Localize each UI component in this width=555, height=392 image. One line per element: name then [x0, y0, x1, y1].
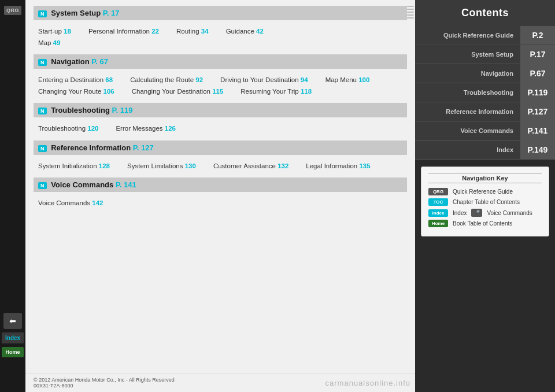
customer-assistance-item: Customer Assistance 132 [213, 161, 288, 172]
nav-key-desc-home: Book Table of Contents [453, 220, 512, 227]
nav-key-desc-voice: Voice Commands [487, 210, 532, 216]
resuming-trip-item: Resuming Your Trip 118 [240, 86, 312, 98]
scroll-lines [407, 6, 414, 237]
back-icon: ⬅ [9, 316, 16, 326]
navigation-content: Entering a Destination 68 Calculating th… [34, 72, 407, 103]
error-messages-item: Error Messages 126 [116, 123, 176, 135]
nav-key-desc-toc: Chapter Table of Contents [453, 199, 520, 205]
left-sidebar: QRG ⬅ Index Home [0, 0, 25, 392]
left-sidebar-bottom: ⬅ Index Home [2, 313, 24, 357]
reference-page: P. 127 [133, 143, 154, 152]
sidebar-item-system-setup[interactable]: System Setup P.17 [415, 45, 555, 64]
sidebar-title: Contents [415, 0, 555, 26]
troubleshooting-header[interactable]: N Troubleshooting P. 119 [34, 103, 407, 117]
sidebar-label-reference: Reference Information [415, 102, 520, 121]
nav-key-box: Navigation Key QRG Quick Reference Guide… [421, 167, 549, 236]
nav-key-title: Navigation Key [428, 173, 542, 183]
nav-key-desc-qrg: Quick Reference Guide [453, 188, 513, 195]
scroll-line-2 [407, 9, 414, 10]
nav-icon-reference: N [38, 145, 47, 152]
sidebar-item-navigation[interactable]: Navigation P.67 [415, 64, 555, 83]
sidebar-item-voice[interactable]: Voice Commands P.141 [415, 121, 555, 140]
map-item: Map 49 [38, 38, 60, 49]
nav-key-row-qrg: QRG Quick Reference Guide [428, 188, 542, 195]
reference-information-title: N Reference Information P. 127 [38, 143, 154, 152]
sidebar-page-qrg: P.2 [520, 26, 555, 45]
sidebar-label-qrg: Quick Reference Guide [415, 26, 520, 45]
right-sidebar: Contents Quick Reference Guide P.2 Syste… [415, 0, 555, 392]
guidance-item: Guidance 42 [226, 26, 264, 38]
back-button[interactable]: ⬅ [3, 313, 22, 329]
system-limitations-item: System Limitations 130 [127, 161, 196, 172]
map-menu-item: Map Menu 100 [325, 75, 370, 86]
troubleshooting-content: Troubleshooting 120 Error Messages 126 [34, 121, 407, 140]
sidebar-page-index: P.149 [520, 140, 555, 159]
navigation-row1: Entering a Destination 68 Calculating th… [38, 75, 402, 86]
driving-destination-item: Driving to Your Destination 94 [220, 75, 308, 86]
startup-item: Start-up 18 [38, 26, 71, 38]
sidebar-item-reference[interactable]: Reference Information P.127 [415, 102, 555, 121]
legal-information-item: Legal Information 135 [306, 161, 370, 172]
main-content: N System Setup P. 17 Start-up 18 Persona… [25, 0, 415, 392]
system-setup-row1: Start-up 18 Personal Information 22 Rout… [38, 26, 402, 38]
nav-icon-troubleshooting: N [38, 108, 47, 114]
sidebar-label-navigation: Navigation [415, 64, 520, 83]
nav-icon-voice: N [38, 182, 47, 189]
scroll-line-3 [407, 12, 414, 13]
nav-key-badge-index: Index [428, 209, 448, 217]
nav-icon-navigation: N [38, 59, 47, 66]
reference-content: System Initialization 128 System Limitat… [34, 158, 407, 178]
system-setup-row2: Map 49 [38, 38, 402, 49]
system-setup-content: Start-up 18 Personal Information 22 Rout… [34, 24, 407, 54]
sidebar-page-troubleshooting: P.119 [520, 83, 555, 102]
system-initialization-item: System Initialization 128 [38, 161, 110, 172]
nav-icon-system-setup: N [38, 10, 47, 17]
system-setup-header[interactable]: N System Setup P. 17 [34, 6, 407, 20]
navigation-row2: Changing Your Route 106 Changing Your De… [38, 86, 402, 98]
home-button[interactable]: Home [2, 347, 24, 357]
voice-commands-title: N Voice Commands P. 141 [38, 180, 136, 189]
troubleshooting-page: P. 119 [112, 106, 133, 114]
sidebar-item-index[interactable]: Index P.149 [415, 140, 555, 160]
navigation-page: P. 67 [91, 57, 108, 66]
personal-info-item: Personal Information 22 [88, 26, 159, 38]
entering-destination-item: Entering a Destination 68 [38, 75, 113, 86]
nav-key-badge-toc: TOC [428, 198, 448, 206]
changing-destination-item: Changing Your Destination 115 [132, 86, 224, 98]
voice-content: Voice Commands 142 [34, 195, 407, 215]
voice-commands-item: Voice Commands 142 [38, 198, 103, 209]
system-setup-title: N System Setup P. 17 [38, 9, 119, 17]
navigation-header[interactable]: N Navigation P. 67 [34, 54, 407, 69]
watermark: carmanualsonline.info [325, 379, 410, 387]
navigation-title: N Navigation P. 67 [38, 57, 108, 66]
voice-page: P. 141 [116, 180, 136, 189]
qrg-badge[interactable]: QRG [4, 6, 21, 15]
voice-commands-header[interactable]: N Voice Commands P. 141 [34, 177, 407, 192]
calculating-route-item: Calculating the Route 92 [130, 75, 203, 86]
sidebar-page-navigation: P.67 [520, 64, 555, 83]
reference-information-header[interactable]: N Reference Information P. 127 [34, 140, 407, 155]
reference-row1: System Initialization 128 System Limitat… [38, 161, 402, 172]
index-button[interactable]: Index [2, 332, 24, 343]
nav-key-row-home: Home Book Table of Contents [428, 220, 542, 227]
system-setup-page: P. 17 [103, 9, 120, 17]
nav-key-desc-index: Index [453, 210, 467, 216]
nav-key-row-toc: TOC Chapter Table of Contents [428, 198, 542, 206]
troubleshooting-title: N Troubleshooting P. 119 [38, 106, 133, 114]
scroll-line-1 [407, 6, 414, 7]
sidebar-label-voice: Voice Commands [415, 121, 520, 140]
changing-route-item: Changing Your Route 106 [38, 86, 114, 98]
nav-key-badge-qrg: QRG [428, 188, 448, 195]
sidebar-page-reference: P.127 [520, 102, 555, 121]
voice-row1: Voice Commands 142 [38, 198, 402, 209]
nav-key-badge-home: Home [428, 220, 448, 227]
sidebar-item-troubleshooting[interactable]: Troubleshooting P.119 [415, 83, 555, 102]
sidebar-item-qrg[interactable]: Quick Reference Guide P.2 [415, 26, 555, 45]
sidebar-label-system-setup: System Setup [415, 45, 520, 64]
troubleshooting-item: Troubleshooting 120 [38, 123, 98, 135]
sidebar-page-voice: P.141 [520, 121, 555, 140]
routing-item: Routing 34 [176, 26, 209, 38]
sidebar-label-troubleshooting: Troubleshooting [415, 83, 520, 102]
scroll-line-5 [407, 17, 414, 19]
sidebar-page-system-setup: P.17 [520, 45, 555, 64]
